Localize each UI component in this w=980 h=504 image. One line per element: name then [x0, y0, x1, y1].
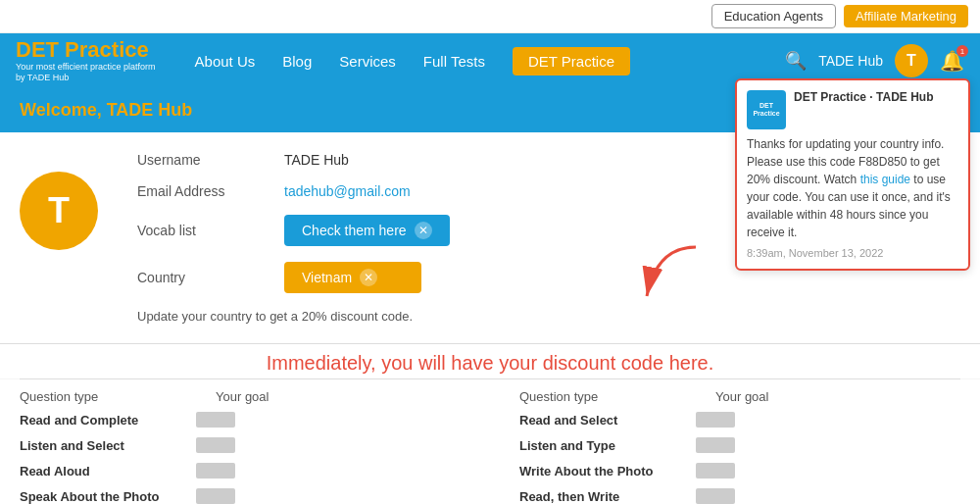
notif-link[interactable]: this guide: [860, 173, 910, 186]
goals-col-1: Question type Your goal Read and Complet…: [20, 389, 461, 504]
bell-wrapper[interactable]: 🔔 1: [940, 49, 964, 73]
goal-name-8: Listen and Type: [519, 438, 676, 453]
username-label: Username: [137, 152, 245, 168]
goal-name-10: Read, then Write: [519, 489, 676, 504]
username-value: TADE Hub: [284, 152, 349, 168]
goal-row-9: Write About the Photo: [519, 463, 960, 479]
avatar[interactable]: T: [895, 44, 928, 77]
nav-cta-button[interactable]: DET Practice: [513, 47, 630, 76]
affiliate-marketing-button[interactable]: Affiliate Marketing: [844, 5, 968, 27]
nav-full-tests[interactable]: Full Tests: [423, 53, 485, 70]
welcome-name: TADE Hub: [107, 100, 193, 120]
goal-bar-9: [696, 463, 735, 479]
goal-name-1: Read and Complete: [20, 413, 176, 428]
education-agents-button[interactable]: Education Agents: [711, 4, 836, 28]
avatar-large: T: [20, 172, 98, 250]
nav-right: 🔍 TADE Hub T 🔔 1: [785, 44, 964, 77]
nav-links: About Us Blog Services Full Tests DET Pr…: [195, 47, 786, 76]
goal-name-2: Listen and Select: [20, 438, 176, 453]
country-label: Country: [137, 270, 245, 285]
goal-name-3: Read Aloud: [20, 464, 176, 479]
logo-subtitle: Your most efficient practice platformby …: [16, 62, 156, 83]
search-icon[interactable]: 🔍: [785, 50, 807, 72]
country-button-icon: ✕: [360, 269, 377, 286]
goal-bar-8: [696, 437, 735, 453]
email-label: Email Address: [137, 183, 245, 199]
vocab-button-label: Check them here: [302, 223, 407, 238]
email-value: tadehub@gmail.com: [284, 183, 411, 199]
goal-row-8: Listen and Type: [519, 437, 960, 453]
goals-header-row-2: Question type Your goal: [519, 389, 960, 404]
welcome-text: Welcome,: [20, 100, 107, 120]
nav-services[interactable]: Services: [339, 53, 396, 70]
goal-bar-3: [196, 463, 235, 479]
goal-row-4: Speak About the Photo: [20, 488, 461, 504]
nav-blog[interactable]: Blog: [282, 53, 312, 70]
goal-bar-10: [696, 488, 735, 504]
notif-header: DETPractice DET Practice · TADE Hub: [747, 90, 958, 129]
goals-col-2: Question type Your goal Read and Select …: [519, 389, 960, 504]
goals-col1-header1: Question type: [20, 389, 176, 404]
goals-col2-header1: Question type: [519, 389, 676, 404]
arrow-icon: [637, 237, 715, 306]
arrow-container: [637, 237, 715, 309]
bell-badge: 1: [956, 45, 968, 57]
goals-header-row-1: Question type Your goal: [20, 389, 461, 404]
country-button[interactable]: Vietnam ✕: [284, 262, 421, 293]
notif-body: Thanks for updating your country info. P…: [747, 135, 958, 241]
notif-title: DET Practice · TADE Hub: [794, 90, 933, 104]
notif-logo-text: DETPractice: [753, 102, 779, 119]
goal-row-3: Read Aloud: [20, 463, 461, 479]
goal-bar-1: [196, 412, 235, 428]
goals-col2-header2: Your goal: [715, 389, 872, 404]
goals-col1-header2: Your goal: [216, 389, 372, 404]
goal-bar-7: [696, 412, 735, 428]
vocab-button-icon: ✕: [415, 222, 432, 239]
discount-text: Immediately, you will have your discount…: [0, 344, 980, 378]
goals-section: Question type Your goal Read and Complet…: [0, 379, 980, 504]
notif-time: 8:39am, November 13, 2022: [747, 247, 958, 259]
goal-name-7: Read and Select: [519, 413, 676, 428]
goal-bar-4: [196, 488, 235, 504]
goal-row-1: Read and Complete: [20, 412, 461, 428]
country-button-label: Vietnam: [302, 270, 352, 285]
logo: DET Practice Your most efficient practic…: [16, 38, 156, 83]
vocab-label: Vocab list: [137, 223, 245, 238]
goals-table: Question type Your goal Read and Complet…: [20, 389, 960, 504]
goal-name-9: Write About the Photo: [519, 464, 676, 479]
nav-about-us[interactable]: About Us: [195, 53, 256, 70]
goal-row-2: Listen and Select: [20, 437, 461, 453]
notification-popup: DETPractice DET Practice · TADE Hub Than…: [735, 78, 970, 271]
logo-title: DET Practice: [16, 38, 156, 62]
notif-logo: DETPractice: [747, 90, 786, 129]
goal-name-4: Speak About the Photo: [20, 489, 176, 504]
top-bar: Education Agents Affiliate Marketing: [0, 0, 980, 33]
update-text: Update your country to get a 20% discoun…: [137, 309, 951, 324]
nav-user-label: TADE Hub: [818, 53, 883, 69]
goal-row-7: Read and Select: [519, 412, 960, 428]
goal-bar-2: [196, 437, 235, 453]
vocab-button[interactable]: Check them here ✕: [284, 215, 450, 246]
goal-row-10: Read, then Write: [519, 488, 960, 504]
